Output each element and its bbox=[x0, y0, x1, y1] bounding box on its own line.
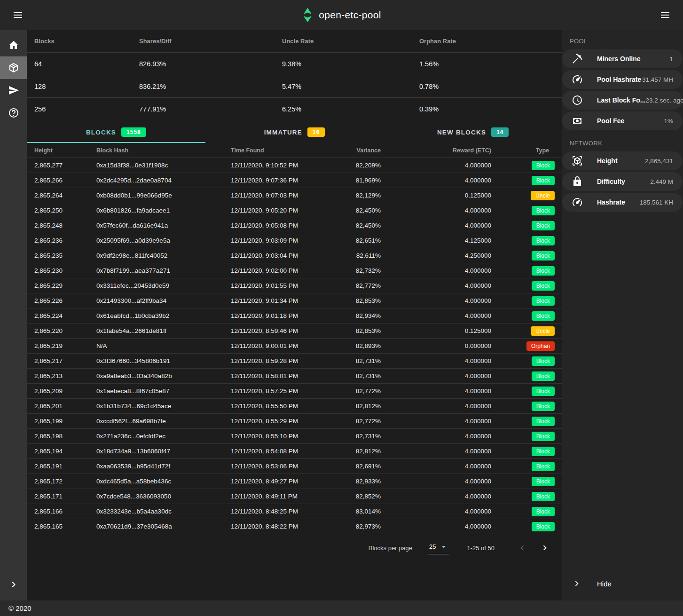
send-payments-icon bbox=[8, 85, 19, 96]
row-hash: 0x1aebeca8...8f67c05e87 bbox=[96, 387, 231, 395]
stat-label: Height bbox=[597, 157, 618, 165]
row-time: 12/11/2020, 8:55:29 PM bbox=[231, 418, 315, 425]
row-hash: 0xdc465d5a...a58beb436c bbox=[96, 478, 231, 485]
row-hash: 0x271a236c...0efcfdf2ec bbox=[96, 433, 231, 440]
page-range: 1-25 of 50 bbox=[467, 545, 495, 552]
row-hash: 0x6b801826...fa9adcaee1 bbox=[96, 207, 231, 214]
type-badge: Orphan bbox=[526, 341, 555, 351]
table-row: 2,865,194 0x18d734a9...13b6060f47 12/11/… bbox=[27, 444, 562, 459]
table-row: 2,865,165 0xa70621d9...37e305468a 12/11/… bbox=[27, 519, 562, 534]
row-reward: 4.000000 bbox=[381, 508, 491, 515]
prev-page-button[interactable] bbox=[515, 541, 529, 555]
network-difficulty: Difficulty 2.449 M bbox=[562, 172, 683, 191]
row-reward: 4.000000 bbox=[381, 207, 491, 214]
row-height: 2,865,220 bbox=[34, 327, 96, 334]
tab-new-blocks[interactable]: NEW BLOCKS 14 bbox=[384, 121, 562, 143]
row-variance: 82,209% bbox=[315, 162, 381, 169]
table-row: 2,865,191 0xaa063539...b95d41d72f 12/11/… bbox=[27, 459, 562, 474]
help-icon bbox=[8, 107, 19, 118]
row-variance: 82,772% bbox=[315, 418, 381, 425]
table-row: 2,865,172 0xdc465d5a...a58beb436c 12/11/… bbox=[27, 474, 562, 489]
stats-row: 64 826.93% 9.38% 1.56% bbox=[27, 53, 562, 75]
row-time: 12/11/2020, 8:58:01 PM bbox=[231, 372, 315, 379]
menu-icon[interactable] bbox=[9, 7, 26, 24]
type-badge: Block bbox=[532, 221, 555, 230]
type-badge: Block bbox=[532, 266, 555, 276]
row-time: 12/11/2020, 9:07:36 PM bbox=[231, 177, 315, 184]
row-hash: 0x1b31b734...69c1d45ace bbox=[96, 403, 231, 410]
row-variance: 82,731% bbox=[315, 433, 381, 440]
row-variance: 82,893% bbox=[315, 342, 381, 349]
rail-expand-button[interactable] bbox=[0, 573, 27, 596]
per-page-label: Blocks per page bbox=[369, 545, 412, 552]
row-reward: 4.000000 bbox=[381, 312, 491, 319]
blocks-table-header: Height Block Hash Time Found Variance Re… bbox=[27, 143, 562, 158]
row-height: 2,865,277 bbox=[34, 162, 96, 169]
tab-immature-label: IMMATURE bbox=[264, 129, 302, 136]
row-time: 12/11/2020, 8:48:25 PM bbox=[231, 508, 315, 515]
row-time: 12/11/2020, 9:07:03 PM bbox=[231, 192, 315, 199]
sidebar-item-blocks[interactable] bbox=[0, 56, 27, 79]
row-time: 12/11/2020, 9:01:34 PM bbox=[231, 297, 315, 304]
table-row: 2,865,226 0x21493300...af2ff9ba34 12/11/… bbox=[27, 293, 562, 308]
row-height: 2,865,217 bbox=[34, 357, 96, 364]
right-menu-icon[interactable] bbox=[657, 7, 674, 24]
row-height: 2,865,213 bbox=[34, 372, 96, 379]
row-hash: 0x7b8f7199...aea377a271 bbox=[96, 267, 231, 274]
stat-value: 2.449 M bbox=[625, 178, 673, 185]
stat-value: 2,865,431 bbox=[618, 158, 673, 165]
sidebar-item-payments[interactable] bbox=[0, 79, 27, 102]
row-height: 2,865,226 bbox=[34, 297, 96, 304]
row-reward: 4.000000 bbox=[381, 448, 491, 455]
row-height: 2,865,201 bbox=[34, 403, 96, 410]
top-app-bar: open-etc-pool bbox=[0, 0, 683, 30]
home-icon bbox=[8, 39, 19, 51]
stat-label: Hashrate bbox=[597, 198, 625, 206]
row-time: 12/11/2020, 8:49:11 PM bbox=[231, 493, 315, 500]
tab-blocks[interactable]: BLOCKS 1558 bbox=[27, 121, 205, 143]
chevron-right-icon bbox=[8, 579, 19, 590]
row-variance: 82,691% bbox=[315, 463, 381, 470]
row-time: 12/11/2020, 8:55:10 PM bbox=[231, 433, 315, 440]
col-variance: Variance bbox=[315, 147, 381, 154]
row-hash: 0x1fabe54a...2661de81ff bbox=[96, 327, 231, 334]
stats-shares-value: 826.93% bbox=[139, 60, 282, 68]
row-time: 12/11/2020, 8:57:25 PM bbox=[231, 387, 315, 395]
row-reward: 0.000000 bbox=[381, 342, 491, 349]
pool-section-title: POOL bbox=[562, 30, 683, 49]
left-nav-rail bbox=[0, 30, 27, 600]
sidebar-item-help[interactable] bbox=[0, 102, 27, 124]
tab-immature[interactable]: IMMATURE 16 bbox=[205, 121, 384, 143]
row-variance: 82,772% bbox=[315, 282, 381, 289]
row-reward: 4.000000 bbox=[381, 297, 491, 304]
col-reward: Reward (ETC) bbox=[381, 147, 491, 154]
stat-label: Pool Hashrate bbox=[597, 76, 641, 83]
next-page-button[interactable] bbox=[538, 541, 552, 555]
hide-panel-button[interactable]: Hide bbox=[562, 572, 683, 595]
row-hash: 0x21493300...af2ff9ba34 bbox=[96, 297, 231, 304]
row-hash: 0x25095f69...a0d39e9e5a bbox=[96, 237, 231, 244]
type-badge: Block bbox=[532, 462, 555, 471]
row-reward: 4.250000 bbox=[381, 252, 491, 259]
stat-value: 185.561 KH bbox=[625, 199, 673, 206]
network-hashrate: Hashrate 185.561 KH bbox=[562, 193, 683, 212]
tab-blocks-label: BLOCKS bbox=[86, 129, 116, 136]
stat-label: Difficulty bbox=[597, 178, 625, 185]
table-row: 2,865,229 0x3311efec...20453d0e59 12/11/… bbox=[27, 278, 562, 293]
row-reward: 4.000000 bbox=[381, 478, 491, 485]
row-height: 2,865,264 bbox=[34, 192, 96, 199]
row-height: 2,865,224 bbox=[34, 312, 96, 319]
table-row: 2,865,171 0x7cdce548...3636093050 12/11/… bbox=[27, 489, 562, 504]
main-content: Blocks Shares/Diff Uncle Rate Orphan Rat… bbox=[27, 30, 562, 600]
row-time: 12/11/2020, 8:53:06 PM bbox=[231, 463, 315, 470]
clock-icon bbox=[572, 95, 583, 106]
type-badge: Block bbox=[532, 296, 555, 306]
type-badge: Block bbox=[532, 522, 555, 531]
row-hash: N/A bbox=[96, 342, 231, 349]
copyright-text: © 2020 bbox=[8, 604, 31, 612]
table-row: 2,865,236 0x25095f69...a0d39e9e5a 12/11/… bbox=[27, 233, 562, 248]
per-page-select[interactable]: 25 bbox=[428, 542, 449, 554]
table-row: 2,865,230 0x7b8f7199...aea377a271 12/11/… bbox=[27, 263, 562, 278]
sidebar-item-home[interactable] bbox=[0, 34, 27, 56]
stats-blocks-value: 64 bbox=[34, 60, 139, 68]
